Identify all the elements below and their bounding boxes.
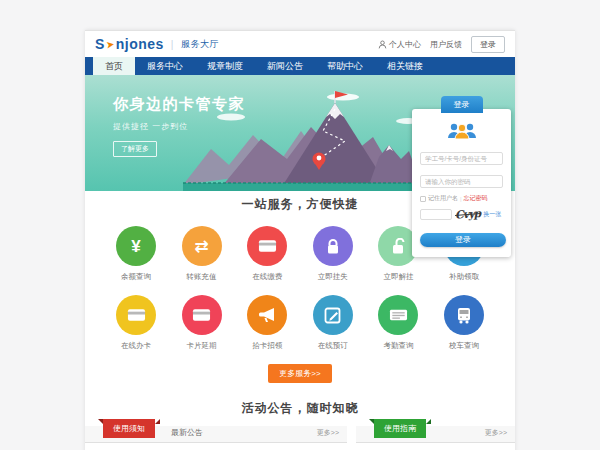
panel-right-header: 使用指南 更多>> bbox=[356, 426, 515, 443]
nav-item-rules[interactable]: 规章制度 bbox=[195, 57, 255, 75]
more-link-left[interactable]: 更多>> bbox=[317, 428, 339, 438]
bank-card-icon bbox=[192, 308, 211, 322]
remember-label: 记住用户名 bbox=[428, 194, 458, 203]
service-attendance-query[interactable]: 考勤查询 bbox=[369, 295, 427, 351]
main-nav: 首页 服务中心 规章制度 新闻公告 帮助中心 相关链接 bbox=[85, 57, 515, 75]
bank-card-icon bbox=[258, 239, 277, 253]
forgot-password-link[interactable]: 忘记密码 bbox=[464, 194, 488, 203]
megaphone-icon bbox=[258, 307, 276, 323]
login-options: 记住用户名 | 忘记密码 bbox=[420, 194, 503, 203]
panel-left-header: 使用须知 最新公告 更多>> bbox=[85, 426, 347, 443]
ribbon-tab-usage-notice[interactable]: 使用须知 bbox=[103, 419, 155, 438]
login-panel: 登录 记住用户名 | 忘记密码 Cvyp 换一张 登录 bbox=[412, 109, 511, 257]
lock-icon bbox=[325, 238, 341, 255]
more-services-button[interactable]: 更多服务>> bbox=[268, 364, 331, 383]
brand-logo[interactable]: S➤njones | 服务大厅 bbox=[95, 36, 219, 52]
announcement-panel-right: 使用指南 更多>> bbox=[356, 426, 515, 450]
captcha-refresh-link[interactable]: 换一张 bbox=[483, 210, 501, 219]
page-container: S➤njones | 服务大厅 个人中心 用户反馈 登录 首页 服务中心 规章制… bbox=[85, 30, 515, 450]
site-title: 服务大厅 bbox=[181, 38, 219, 51]
attendance-icon bbox=[389, 308, 408, 322]
username-input[interactable] bbox=[420, 152, 503, 165]
bus-icon bbox=[456, 307, 472, 324]
edit-icon bbox=[324, 307, 341, 324]
service-label: 转账充值 bbox=[173, 272, 231, 282]
announcement-panels: 使用须知 最新公告 更多>> 使用指南 更多>> bbox=[85, 417, 515, 450]
users-group-icon bbox=[444, 122, 480, 140]
services-row-2: 在线办卡 卡片延期 拾卡招领 在线预订 bbox=[85, 295, 515, 351]
nav-item-help-center[interactable]: 帮助中心 bbox=[315, 57, 375, 75]
service-found-card-claim[interactable]: 拾卡招领 bbox=[238, 295, 296, 351]
service-report-loss[interactable]: 立即挂失 bbox=[304, 226, 362, 282]
header-links: 个人中心 用户反馈 登录 bbox=[378, 36, 505, 53]
tab-latest-news[interactable]: 最新公告 bbox=[171, 427, 203, 438]
transfer-arrows-icon: ⇄ bbox=[194, 238, 208, 255]
service-online-card-apply[interactable]: 在线办卡 bbox=[107, 295, 165, 351]
nav-item-news[interactable]: 新闻公告 bbox=[255, 57, 315, 75]
service-label: 在线预订 bbox=[304, 341, 362, 351]
hero-copy: 你身边的卡管专家 提供捷径 一步到位 了解更多 bbox=[113, 95, 245, 157]
announcements-title: 活动公告，随时知晓 bbox=[85, 400, 515, 417]
bank-card-icon bbox=[127, 308, 146, 322]
password-input[interactable] bbox=[420, 175, 503, 188]
captcha-input[interactable] bbox=[420, 209, 452, 220]
header-login-button[interactable]: 登录 bbox=[471, 36, 505, 53]
service-label: 拾卡招领 bbox=[238, 341, 296, 351]
service-label: 在线办卡 bbox=[107, 341, 165, 351]
person-icon bbox=[378, 40, 387, 49]
panel-right-body bbox=[356, 443, 515, 450]
service-online-booking[interactable]: 在线预订 bbox=[304, 295, 362, 351]
unlock-icon bbox=[390, 238, 406, 255]
nav-item-home[interactable]: 首页 bbox=[93, 57, 135, 75]
hero-cta-button[interactable]: 了解更多 bbox=[113, 141, 157, 157]
service-label: 余额查询 bbox=[107, 272, 165, 282]
login-tab[interactable]: 登录 bbox=[441, 96, 483, 113]
service-label: 校车查询 bbox=[435, 341, 493, 351]
nav-item-service-center[interactable]: 服务中心 bbox=[135, 57, 195, 75]
user-feedback-label: 用户反馈 bbox=[430, 39, 462, 50]
service-label: 卡片延期 bbox=[173, 341, 231, 351]
logo-text-left: S bbox=[95, 36, 105, 52]
yen-icon: ¥ bbox=[131, 238, 140, 255]
hero-title: 你身边的卡管专家 bbox=[113, 95, 245, 114]
nav-item-related-links[interactable]: 相关链接 bbox=[375, 57, 435, 75]
panel-left-body bbox=[85, 443, 347, 450]
more-link-right[interactable]: 更多>> bbox=[485, 428, 507, 438]
personal-center-link[interactable]: 个人中心 bbox=[378, 39, 421, 50]
hero-subtitle: 提供捷径 一步到位 bbox=[113, 121, 245, 132]
top-header: S➤njones | 服务大厅 个人中心 用户反馈 登录 bbox=[85, 30, 515, 57]
service-label: 考勤查询 bbox=[369, 341, 427, 351]
service-transfer-recharge[interactable]: ⇄ 转账充值 bbox=[173, 226, 231, 282]
service-label: 立即解挂 bbox=[369, 272, 427, 282]
service-label: 立即挂失 bbox=[304, 272, 362, 282]
service-card-extension[interactable]: 卡片延期 bbox=[173, 295, 231, 351]
user-feedback-link[interactable]: 用户反馈 bbox=[430, 39, 462, 50]
service-online-payment[interactable]: 在线缴费 bbox=[238, 226, 296, 282]
captcha-row: Cvyp 换一张 bbox=[420, 208, 503, 221]
remember-checkbox[interactable] bbox=[420, 196, 426, 202]
ribbon-tab-user-guide[interactable]: 使用指南 bbox=[374, 419, 426, 438]
logo-text-right: njones bbox=[116, 36, 164, 52]
login-submit-button[interactable]: 登录 bbox=[420, 233, 506, 247]
service-balance-query[interactable]: ¥ 余额查询 bbox=[107, 226, 165, 282]
service-label: 在线缴费 bbox=[238, 272, 296, 282]
captcha-image[interactable]: Cvyp bbox=[455, 207, 481, 222]
personal-center-label: 个人中心 bbox=[389, 39, 421, 50]
logo-arrow-icon: ➤ bbox=[105, 38, 115, 50]
service-label: 补助领取 bbox=[435, 272, 493, 282]
announcement-panel-left: 使用须知 最新公告 更多>> bbox=[85, 426, 347, 450]
logo-divider: | bbox=[171, 39, 174, 50]
service-school-bus-query[interactable]: 校车查询 bbox=[435, 295, 493, 351]
